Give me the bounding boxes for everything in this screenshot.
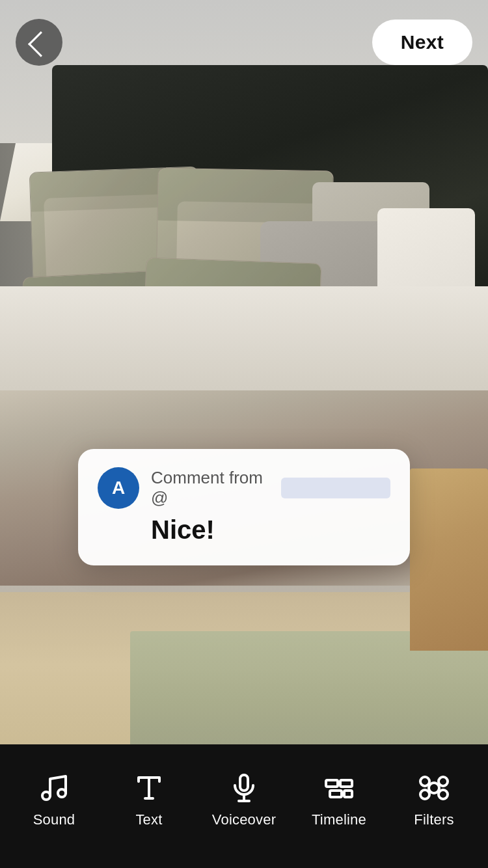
- toolbar-item-timeline[interactable]: Timeline: [291, 771, 386, 828]
- bottom-toolbar: Sound Text Voiceover: [0, 744, 488, 868]
- comment-body: Nice!: [151, 515, 390, 545]
- next-button[interactable]: Next: [372, 20, 472, 65]
- mic-icon: [227, 771, 261, 805]
- toolbar-item-sound[interactable]: Sound: [7, 771, 102, 828]
- comment-username-blur: [281, 478, 390, 498]
- svg-rect-2: [240, 775, 248, 791]
- toolbar-label-filters: Filters: [414, 811, 454, 828]
- toolbar-item-filters[interactable]: Filters: [386, 771, 481, 828]
- toolbar-item-text[interactable]: Text: [102, 771, 197, 828]
- toolbar-label-text: Text: [135, 811, 162, 828]
- avatar-letter: A: [112, 478, 125, 498]
- svg-point-0: [42, 792, 50, 800]
- toolbar-label-sound: Sound: [33, 811, 75, 828]
- svg-point-12: [420, 790, 429, 799]
- nightstand: [410, 468, 488, 651]
- toolbar-item-voiceover[interactable]: Voiceover: [197, 771, 291, 828]
- background-image: [0, 0, 488, 774]
- svg-point-1: [58, 789, 66, 797]
- back-icon: [28, 31, 54, 57]
- svg-point-13: [439, 790, 448, 799]
- music-note-icon: [37, 771, 71, 805]
- comment-from-text: Comment from @: [151, 468, 390, 508]
- toolbar-label-voiceover: Voiceover: [212, 811, 276, 828]
- comment-from-label: Comment from @: [151, 468, 276, 508]
- timeline-icon: [322, 771, 356, 805]
- back-button[interactable]: [16, 19, 62, 66]
- svg-rect-6: [340, 780, 352, 787]
- svg-point-9: [429, 783, 439, 793]
- svg-point-11: [439, 777, 448, 786]
- svg-point-10: [420, 777, 429, 786]
- next-label: Next: [401, 31, 444, 53]
- bed-scene: [0, 0, 488, 774]
- avatar: A: [98, 467, 139, 509]
- svg-rect-7: [330, 791, 342, 797]
- svg-rect-8: [344, 791, 352, 797]
- text-icon: [132, 771, 166, 805]
- comment-header: A Comment from @: [98, 467, 390, 509]
- comment-card: A Comment from @ Nice!: [78, 449, 410, 565]
- top-bar: Next: [0, 0, 488, 72]
- svg-rect-5: [326, 780, 338, 787]
- toolbar-label-timeline: Timeline: [312, 811, 366, 828]
- comment-text-content: Nice!: [151, 515, 215, 544]
- filters-icon: [417, 771, 451, 805]
